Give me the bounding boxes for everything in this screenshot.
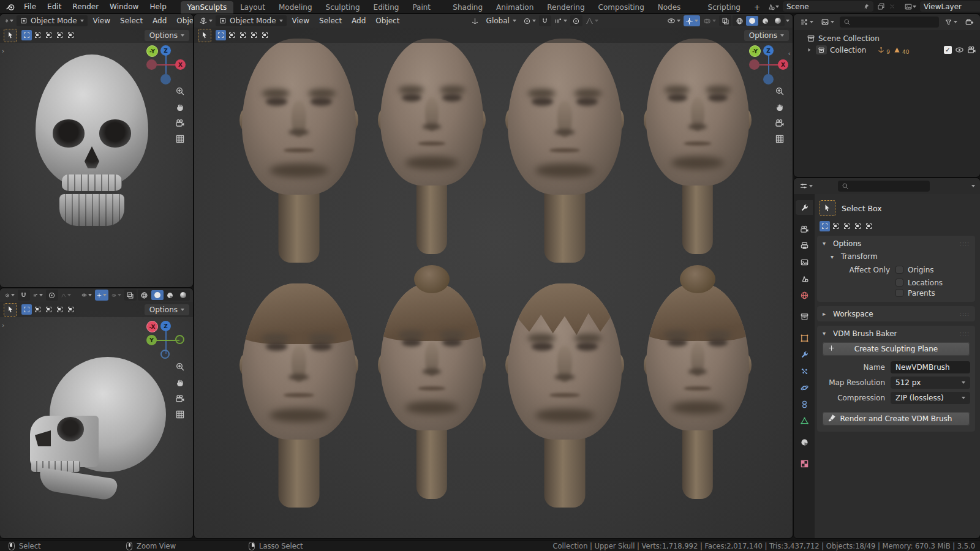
menu-select[interactable]: Select (315, 17, 346, 25)
menu-file[interactable]: File (18, 0, 42, 13)
viewport-skull-side[interactable]: Options › Z Y -X (0, 288, 193, 538)
select-mode-extend-icon[interactable] (831, 221, 841, 231)
sidebar-collapse-arrow[interactable]: ‹ (788, 50, 791, 58)
show-overlays-icon[interactable] (110, 290, 123, 301)
select-mode-invert-icon[interactable] (853, 221, 863, 231)
move-view-hand-icon[interactable] (175, 378, 185, 388)
menu-add[interactable]: Add (347, 17, 370, 25)
zoom-icon[interactable] (175, 86, 185, 96)
parents-checkbox[interactable] (895, 289, 903, 297)
skull-side-model[interactable] (21, 357, 166, 504)
tab-modifiers[interactable] (796, 347, 813, 362)
panel-grip-icon[interactable]: :::: (960, 241, 970, 247)
tab-world[interactable] (796, 288, 813, 302)
brush-name-input[interactable]: NewVDMBrush (891, 361, 970, 373)
tab-yansculpts[interactable]: YanSculpts (181, 1, 233, 13)
head-female-bald-2[interactable] (646, 39, 749, 272)
select-mode-invert-icon[interactable] (55, 304, 65, 315)
head-male-messy-hair[interactable] (508, 283, 622, 517)
select-box-tool-button[interactable] (4, 303, 17, 317)
toggle-ortho-icon[interactable] (775, 134, 785, 144)
gizmo-neg-x-axis[interactable] (146, 59, 157, 70)
gizmo-neg-z-axis[interactable] (160, 350, 170, 359)
locations-checkbox[interactable] (895, 279, 903, 287)
move-view-hand-icon[interactable] (775, 102, 785, 112)
select-mode-extend-icon[interactable] (32, 304, 43, 315)
properties-search-input[interactable] (838, 181, 930, 192)
shading-solid-icon[interactable] (151, 290, 164, 300)
proportional-editing-icon[interactable] (46, 290, 58, 301)
pivot-point-icon[interactable] (3, 290, 17, 301)
transform-subpanel-header[interactable]: ▾ Transform (817, 251, 975, 263)
menu-object[interactable]: Object (371, 17, 404, 25)
select-mode-set-icon[interactable] (216, 30, 226, 40)
tab-layout[interactable]: Layout (233, 1, 272, 13)
shading-solid-icon[interactable] (746, 16, 758, 26)
toggle-ortho-icon[interactable] (175, 134, 185, 144)
snap-target-icon[interactable] (31, 290, 45, 301)
select-mode-intersect-icon[interactable] (66, 304, 76, 315)
select-mode-extend-icon[interactable] (32, 30, 43, 40)
head-female-bald-1[interactable] (380, 39, 483, 272)
gizmo-x-axis[interactable]: X (175, 59, 186, 70)
disable-in-renders-camera-icon[interactable] (967, 45, 976, 54)
select-mode-invert-icon[interactable] (55, 30, 65, 40)
shading-material-icon[interactable] (759, 16, 771, 26)
options-panel-header[interactable]: ▾ Options :::: (817, 236, 975, 251)
falloff-curve-icon[interactable] (584, 15, 600, 26)
hide-in-viewport-eye-icon[interactable] (955, 45, 964, 54)
collection-exclude-checkbox[interactable]: ✓ (944, 46, 952, 54)
select-mode-intersect-icon[interactable] (66, 30, 76, 40)
select-mode-intersect-icon[interactable] (260, 30, 270, 40)
gizmo-z-axis[interactable]: Z (160, 45, 171, 56)
snap-magnet-icon[interactable] (539, 15, 551, 26)
shading-rendered-icon[interactable] (772, 16, 784, 26)
tab-modeling[interactable]: Modeling (272, 1, 319, 13)
toggle-xray-icon[interactable] (719, 15, 731, 26)
viewlayer-browse-icon[interactable] (904, 2, 916, 11)
new-collection-icon[interactable] (963, 17, 976, 28)
tab-tool[interactable] (796, 200, 813, 215)
pin-icon[interactable] (862, 3, 870, 10)
tab-texture-paint[interactable]: Texture Paint (405, 0, 446, 13)
camera-view-icon[interactable] (175, 394, 185, 403)
tab-uv-editing[interactable]: UV Editing (367, 0, 406, 13)
menu-help[interactable]: Help (144, 0, 172, 13)
menu-add[interactable]: Add (148, 17, 171, 25)
map-resolution-dropdown[interactable]: 512 px (891, 377, 970, 389)
select-box-tool-button[interactable] (4, 29, 17, 42)
select-mode-subtract-icon[interactable] (43, 304, 54, 315)
gizmo-z-axis[interactable]: Z (763, 45, 774, 56)
tab-texture[interactable] (796, 456, 813, 471)
camera-view-icon[interactable] (775, 118, 785, 128)
options-dropdown[interactable]: Options (744, 30, 789, 41)
panel-grip-icon[interactable]: :::: (960, 331, 970, 337)
mode-dropdown[interactable]: Object Mode (17, 15, 88, 26)
tab-compositing[interactable]: Compositing (592, 1, 651, 13)
toolbar-expand-arrow[interactable]: › (2, 47, 4, 55)
viewport-main[interactable]: Object Mode View Select Add Object Globa… (194, 14, 793, 538)
pivot-point-icon[interactable] (521, 15, 538, 26)
scene-unlink-icon[interactable] (889, 3, 895, 10)
filter-id-type-icon[interactable] (819, 17, 836, 28)
camera-view-icon[interactable] (175, 118, 185, 128)
tab-scene[interactable] (796, 271, 813, 286)
zoom-icon[interactable] (775, 86, 785, 96)
tab-material[interactable] (796, 435, 813, 449)
tab-scripting[interactable]: Scripting (701, 1, 747, 13)
tab-particles[interactable] (796, 364, 813, 378)
tab-constraints[interactable] (796, 397, 813, 411)
vdm-panel-header[interactable]: ▾ VDM Brush Baker :::: (817, 326, 975, 341)
shading-material-icon[interactable] (164, 290, 176, 300)
options-dropdown[interactable]: Options (145, 304, 189, 315)
tab-render[interactable] (796, 222, 813, 236)
orientation-icon[interactable] (469, 15, 481, 26)
proportional-editing-icon[interactable] (570, 15, 582, 26)
tab-physics[interactable] (796, 380, 813, 395)
display-mode-icon[interactable] (798, 17, 815, 28)
select-mode-set-icon[interactable] (21, 304, 32, 315)
create-sculpting-plane-button[interactable]: Create Sculpting Plane (823, 342, 970, 356)
select-mode-subtract-icon[interactable] (842, 221, 852, 231)
viewport-skull-front[interactable]: Object Mode View Select Add Object G Opt… (0, 14, 193, 287)
menu-edit[interactable]: Edit (42, 0, 67, 13)
